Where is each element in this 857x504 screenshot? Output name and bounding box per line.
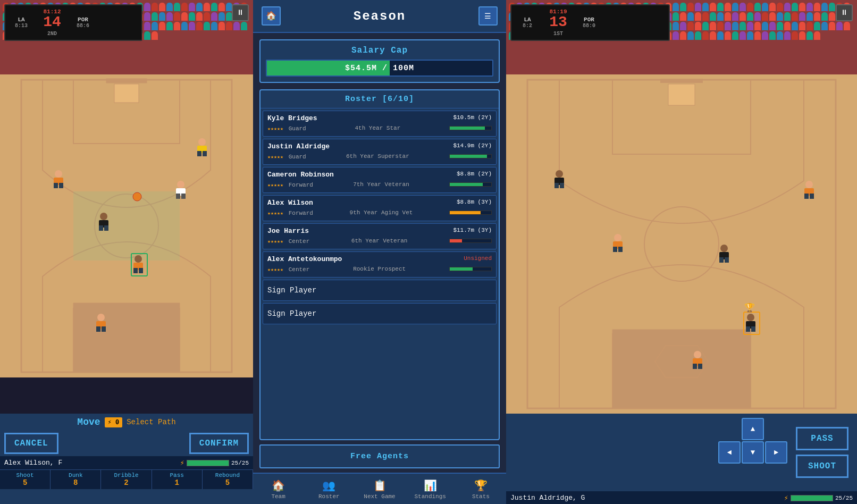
salary-value: $54.5M / 100M [345,64,414,73]
svg-point-30 [133,192,141,201]
svg-rect-29 [139,268,143,273]
dpad-right[interactable]: ► [765,441,787,464]
stat-shoot: Shoot 5 [0,470,51,489]
stat-pass-label: Pass [170,472,184,478]
shoot-button[interactable]: SHOOT [796,455,848,478]
left-main-score: 14 [36,15,68,30]
move-label: Move [77,417,100,427]
right-player-info-bar: Justin Aldridge, G ⚡ 25/25 [506,491,857,504]
nav-team[interactable]: 🏠 Team [253,477,304,502]
sign-player-row-2[interactable]: Sign Player [263,303,497,324]
stat-pass: Pass 1 [152,470,203,489]
svg-rect-16 [104,225,108,231]
dpad-up[interactable]: ▲ [742,418,764,440]
svg-rect-63 [751,326,755,332]
svg-rect-17 [198,138,206,146]
svg-rect-68 [698,364,702,369]
right-pts-right: 88:0 [583,23,595,29]
left-pause-button[interactable]: ⏸ [232,4,249,21]
svg-rect-7 [73,191,180,261]
nav-standings[interactable]: 📊 Standings [405,477,456,502]
nav-stats-icon: 🏆 [474,479,488,492]
dpad-down[interactable]: ▼ [742,441,764,464]
player-pos-justin: Guard [289,154,306,160]
player-row-alex-wilson[interactable]: Alex Wilson $8.8m (3Y) ★★★★★ Forward 9th… [263,195,497,221]
stat-dunk: Dunk 8 [51,470,101,489]
nav-roster[interactable]: 👥 Roster [304,477,354,502]
nav-nextgame-label: Next Game [364,493,395,500]
left-energy-bar [187,460,229,466]
player-stars-antetokounmpo: ★★★★★ [267,267,283,273]
right-panel: document.write(Array(180).fill('<span cl… [506,0,857,504]
svg-rect-19 [197,151,201,156]
salary-cap-section: Salary Cap $54.5M / 100M [259,39,500,83]
right-pause-button[interactable]: ⏸ [836,4,853,21]
svg-rect-34 [102,326,106,332]
nav-standings-label: Standings [415,493,446,500]
svg-rect-50 [810,194,814,199]
right-energy-bar [791,495,833,501]
svg-rect-33 [96,326,100,332]
svg-rect-20 [203,151,207,156]
player-status-joe: 6th Year Veteran [351,238,408,244]
stat-dribble-label: Dribble [114,472,138,478]
nav-team-icon: 🏠 [272,479,285,492]
left-scoreboard: LA 8:13 81:12 14 2ND POR 88:6 [4,4,142,41]
left-stats-bar: Shoot 5 Dunk 8 Dribble 2 Pass 1 Rebound … [0,469,253,489]
player-salary-justin: $14.9m (2Y) [453,142,492,149]
nav-stats[interactable]: 🏆 Stats [456,477,506,502]
svg-rect-49 [804,194,809,199]
pass-button[interactable]: PASS [796,427,848,450]
svg-rect-55 [720,245,728,252]
stat-shoot-label: Shoot [16,472,34,478]
right-team-right: POR [584,16,594,23]
left-panel: document.write(Array(120).fill('<span cl… [0,0,253,504]
player-row-kyle-bridges[interactable]: Kyle Bridges $10.5m (2Y) ★★★★★ Guard 4th… [263,111,497,137]
player-row-cameron-robinson[interactable]: Cameron Robinson $8.8m (2Y) ★★★★★ Forwar… [263,167,497,193]
player-stars-cameron: ★★★★★ [267,182,283,188]
player-salary-alex: $8.8m (3Y) [457,199,492,205]
nav-next-game[interactable]: 📋 Next Game [354,477,405,502]
svg-rect-67 [693,364,697,369]
svg-rect-23 [176,194,180,199]
svg-rect-47 [805,181,813,188]
center-panel: 🏠 Season ☰ Salary Cap $54.5M / 100M Rost… [253,0,506,504]
sign-player-row-1[interactable]: Sign Player [263,280,497,301]
player-salary-cameron: $8.8m (2Y) [457,171,492,177]
player-salary-kyle: $10.5m (2Y) [453,114,492,121]
svg-rect-13 [100,213,107,220]
nav-roster-label: Roster [318,493,340,500]
season-overlay: 🏠 Season ☰ Salary Cap $54.5M / 100M Rost… [253,0,506,504]
player-name-antetokounmpo: Alex Antetokounmpo [267,255,342,263]
stat-rebound-label: Rebound [215,472,240,478]
left-opp-pts: 88:6 [77,23,89,29]
home-button[interactable]: 🏠 [262,6,281,26]
stat-dunk-label: Dunk [69,472,82,478]
svg-text:🏆: 🏆 [744,303,755,313]
player-name-kyle: Kyle Bridges [267,114,317,122]
roster-section: Roster [6/10] Kyle Bridges $10.5m (2Y) ★… [259,89,500,440]
dpad-left[interactable]: ◄ [718,441,741,464]
svg-rect-28 [133,268,138,273]
nav-stats-label: Stats [472,493,490,500]
left-team-pts: 8:13 [15,23,28,29]
left-opp-name: POR [78,16,88,23]
confirm-button[interactable]: CONFIRM [189,433,249,454]
svg-rect-15 [99,225,103,231]
player-row-justin-aldridge[interactable]: Justin Aldridge $14.9m (2Y) ★★★★★ Guard … [263,139,497,165]
svg-rect-41 [612,330,751,408]
dpad: ▲ ◄ ▼ ► [718,418,787,487]
bottom-nav: 🏠 Team 👥 Roster 📋 Next Game 📊 Standings … [253,473,506,504]
svg-rect-4 [106,79,147,83]
svg-rect-60 [747,314,754,321]
right-pts-left: 8:2 [523,23,532,29]
svg-rect-43 [556,170,563,178]
cancel-button[interactable]: CANCEL [4,433,58,454]
free-agents-button[interactable]: Free Agents [259,444,500,468]
sign-player-label-1: Sign Player [267,286,316,295]
player-row-joe-harris[interactable]: Joe Harris $11.7m (3Y) ★★★★★ Center 6th … [263,223,497,249]
stat-dunk-value: 8 [73,478,78,487]
player-row-alex-antetokounmpo[interactable]: Alex Antetokounmpo Unsigned ★★★★★ Center… [263,251,497,278]
salary-cap-title: Salary Cap [266,46,493,55]
menu-button[interactable]: ☰ [478,6,498,26]
